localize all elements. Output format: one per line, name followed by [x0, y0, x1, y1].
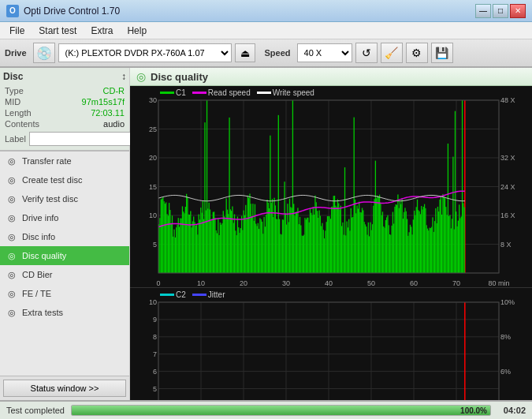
sidebar-item-verify-test-disc[interactable]: ◎ Verify test disc	[0, 189, 129, 208]
menu-file[interactable]: File	[3, 24, 31, 38]
disc-length-row: Length 72:03.11	[3, 107, 126, 118]
sidebar-item-create-test-disc[interactable]: ◎ Create test disc	[0, 170, 129, 189]
content-title: Disc quality	[151, 71, 208, 83]
disc-quality-header-icon: ◎	[136, 70, 146, 83]
lower-chart	[130, 288, 532, 400]
app-title: Opti Drive Control 1.70	[24, 6, 120, 17]
sidebar-item-extra-tests[interactable]: ◎ Extra tests	[0, 303, 129, 322]
eject-button[interactable]: ⏏	[235, 43, 255, 62]
save-button[interactable]: 💾	[431, 43, 453, 63]
sidebar-item-transfer-rate[interactable]: ◎ Transfer rate	[0, 152, 129, 170]
content-header: ◎ Disc quality	[130, 68, 532, 86]
close-button[interactable]: ✕	[510, 4, 526, 18]
toolbar: Drive 💿 (K:) PLEXTOR DVDR PX-760A 1.07 ⏏…	[0, 39, 532, 68]
status-bar: Test completed 100.0% 04:02	[0, 400, 532, 419]
legend-write-speed: Write speed	[257, 88, 314, 97]
time-display: 04:02	[497, 406, 526, 415]
settings-button[interactable]: ⚙	[406, 43, 428, 63]
speed-select[interactable]: 40 X	[297, 43, 352, 62]
sidebar-nav: ◎ Transfer rate ◎ Create test disc ◎ Ver…	[0, 152, 129, 376]
menu-bar: File Start test Extra Help	[0, 22, 532, 39]
drive-select[interactable]: (K:) PLEXTOR DVDR PX-760A 1.07	[58, 43, 232, 62]
disc-panel: Disc ↕ Type CD-R MID 97m15s17f Length 72…	[0, 68, 129, 152]
lower-chart-legend: C2 Jitter	[160, 290, 225, 299]
disc-mid-row: MID 97m15s17f	[3, 96, 126, 107]
fe-te-icon: ◎	[6, 288, 17, 299]
status-window-button[interactable]: Status window >>	[3, 380, 126, 397]
verify-test-disc-icon: ◎	[6, 193, 17, 204]
drive-info-icon: ◎	[6, 212, 17, 223]
create-test-disc-icon: ◎	[6, 174, 17, 185]
cd-bier-icon: ◎	[6, 269, 17, 280]
legend-read-speed: Read speed	[192, 88, 251, 97]
drive-icon-button[interactable]: 💿	[33, 43, 55, 63]
window-controls: — □ ✕	[475, 4, 526, 18]
erase-button[interactable]: 🧹	[381, 43, 403, 63]
disc-quality-icon: ◎	[6, 250, 17, 261]
status-text: Test completed	[6, 406, 65, 415]
disc-panel-arrow[interactable]: ↕	[121, 71, 126, 82]
sidebar-item-cd-bier[interactable]: ◎ CD Bier	[0, 265, 129, 284]
main-layout: Disc ↕ Type CD-R MID 97m15s17f Length 72…	[0, 68, 532, 400]
app-icon: O	[6, 5, 19, 17]
progress-bar-container: 100.0%	[71, 405, 491, 416]
maximize-button[interactable]: □	[493, 4, 508, 18]
upper-chart	[130, 86, 532, 287]
disc-label-input[interactable]	[29, 132, 134, 146]
sidebar: Disc ↕ Type CD-R MID 97m15s17f Length 72…	[0, 68, 130, 400]
progress-bar	[72, 406, 490, 415]
sidebar-item-fe-te[interactable]: ◎ FE / TE	[0, 284, 129, 303]
disc-panel-title: Disc	[3, 71, 23, 82]
chart-legend: C1 Read speed Write speed	[160, 88, 314, 97]
content-area: ◎ Disc quality C1 Read speed	[130, 68, 532, 400]
extra-tests-icon: ◎	[6, 307, 17, 318]
sidebar-item-drive-info[interactable]: ◎ Drive info	[0, 208, 129, 227]
charts-container: C1 Read speed Write speed	[130, 86, 532, 400]
legend-c1: C1	[160, 88, 186, 97]
disc-label-row: Label ⚙	[3, 131, 126, 147]
speed-label: Speed	[265, 48, 291, 58]
menu-help[interactable]: Help	[121, 24, 153, 38]
transfer-rate-icon: ◎	[6, 155, 17, 166]
legend-c2: C2	[160, 290, 186, 299]
minimize-button[interactable]: —	[475, 4, 491, 18]
menu-start-test[interactable]: Start test	[32, 24, 83, 38]
title-bar: O Opti Drive Control 1.70 — □ ✕	[0, 0, 532, 22]
disc-info-icon: ◎	[6, 231, 17, 242]
refresh-button[interactable]: ↺	[355, 43, 378, 63]
disc-type-row: Type CD-R	[3, 85, 126, 96]
legend-jitter: Jitter	[192, 290, 225, 299]
menu-extra[interactable]: Extra	[84, 24, 119, 38]
sidebar-item-disc-info[interactable]: ◎ Disc info	[0, 227, 129, 246]
drive-label: Drive	[5, 48, 27, 58]
progress-text: 100.0%	[460, 406, 487, 415]
sidebar-item-disc-quality[interactable]: ◎ Disc quality	[0, 246, 129, 265]
disc-contents-row: Contents audio	[3, 118, 126, 129]
